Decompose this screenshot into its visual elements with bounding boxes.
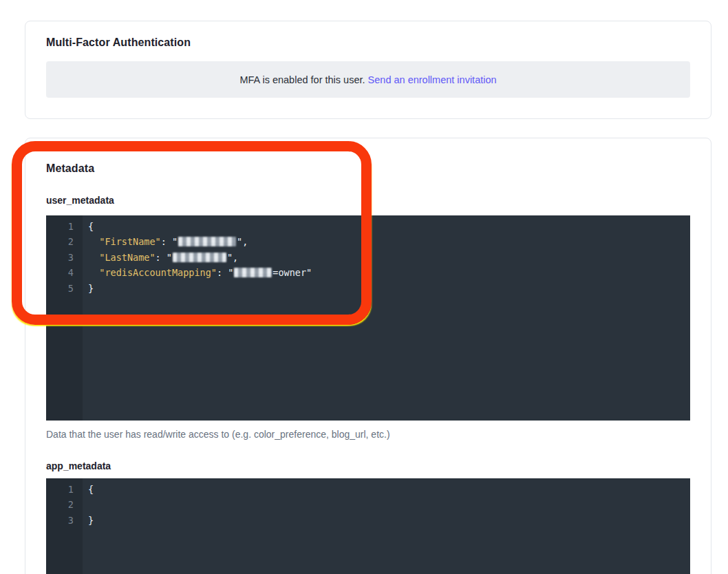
line-number: 2 — [46, 497, 83, 512]
code-line[interactable]: { — [88, 219, 690, 234]
line-number: 1 — [46, 219, 83, 234]
code-line[interactable]: } — [88, 513, 690, 528]
editor-code[interactable]: {} — [83, 478, 690, 528]
user-metadata-editor[interactable]: 12345 { "FirstName": "", "LastName": "",… — [46, 215, 690, 421]
metadata-card: Metadata user_metadata 12345 { "FirstNam… — [25, 138, 711, 574]
code-line[interactable]: } — [88, 281, 690, 296]
line-number: 3 — [46, 250, 83, 265]
json-key: "redisAccountMapping" — [99, 267, 217, 278]
code-text: } — [88, 283, 94, 294]
app-metadata-editor[interactable]: 123 {} — [46, 478, 690, 574]
editor-gutter: 123 — [46, 478, 83, 574]
redacted-value — [173, 253, 226, 262]
code-line[interactable]: { — [88, 482, 690, 497]
mfa-card: Multi-Factor Authentication MFA is enabl… — [25, 21, 711, 119]
code-text: =owner" — [272, 267, 312, 278]
line-number: 1 — [46, 482, 83, 497]
user-metadata-label: user_metadata — [46, 195, 114, 206]
line-number: 4 — [46, 265, 83, 280]
code-text: : " — [217, 267, 233, 278]
redacted-value — [234, 268, 272, 277]
code-text: ", — [237, 236, 248, 247]
send-enrollment-invitation-link[interactable]: Send an enrollment invitation — [368, 74, 497, 85]
code-line[interactable]: "LastName": "", — [88, 250, 690, 265]
code-text: { — [88, 221, 94, 232]
metadata-card-title: Metadata — [46, 162, 94, 175]
redacted-value — [178, 237, 236, 246]
line-number: 2 — [46, 234, 83, 249]
line-number: 3 — [46, 513, 83, 528]
code-line[interactable] — [88, 497, 690, 512]
json-key: "FirstName" — [99, 236, 160, 247]
mfa-status-text: MFA is enabled for this user. — [239, 74, 367, 85]
code-text — [88, 252, 99, 263]
mfa-status-banner: MFA is enabled for this user. Send an en… — [46, 61, 690, 98]
code-line[interactable]: "redisAccountMapping": "=owner" — [88, 265, 690, 280]
editor-code[interactable]: { "FirstName": "", "LastName": "", "redi… — [83, 215, 690, 296]
line-number: 5 — [46, 281, 83, 296]
code-text — [88, 267, 99, 278]
code-text: } — [88, 515, 94, 526]
app-metadata-label: app_metadata — [46, 460, 111, 471]
code-text — [88, 236, 99, 247]
code-text: { — [88, 484, 94, 495]
mfa-card-title: Multi-Factor Authentication — [46, 36, 191, 49]
code-text: ", — [227, 252, 238, 263]
user-metadata-description: Data that the user has read/write access… — [46, 429, 390, 440]
code-line[interactable]: "FirstName": "", — [88, 234, 690, 249]
json-key: "LastName" — [99, 252, 155, 263]
code-text: : " — [161, 236, 178, 247]
editor-gutter: 12345 — [46, 215, 83, 421]
code-text: : " — [156, 252, 172, 263]
